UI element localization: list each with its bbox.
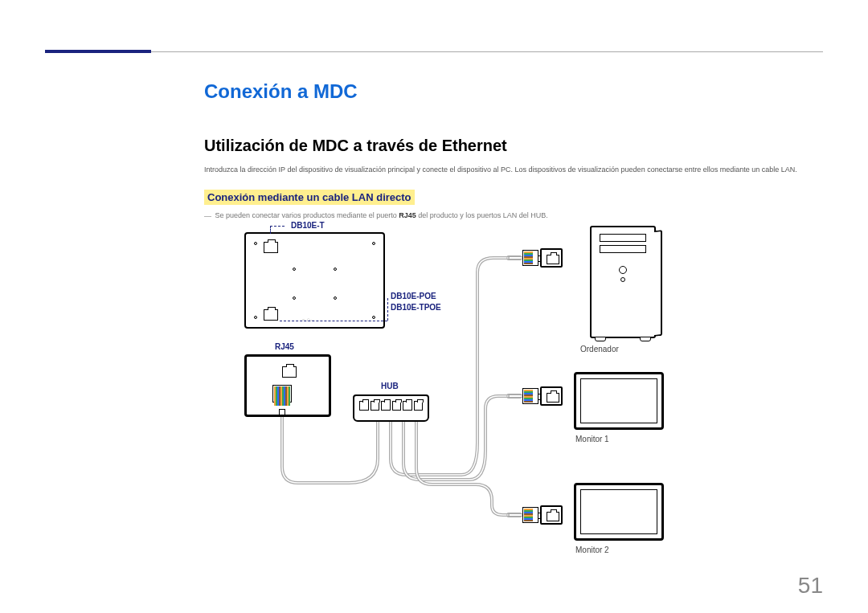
rj45-label: RJ45 bbox=[275, 342, 294, 351]
callout-line bbox=[270, 226, 285, 227]
screw-dot bbox=[254, 316, 257, 319]
monitor-2 bbox=[574, 483, 664, 541]
hub-label: HUB bbox=[381, 382, 399, 390]
screw-dot bbox=[254, 242, 257, 245]
note-text-a: Se pueden conectar varios productos medi… bbox=[215, 211, 399, 219]
lan-plug-down bbox=[272, 385, 292, 411]
connection-diagram: ⎓ ◯ ⋯ DB10E-T DB10E-POE DB10E-TPOE RJ45 … bbox=[204, 226, 823, 571]
product-port-bottom bbox=[264, 309, 278, 321]
intro-paragraph: Introduzca la dirección IP del dispositi… bbox=[204, 165, 823, 175]
callout-label-bottom-1: DB10E-POE bbox=[391, 292, 436, 300]
callout-label-top: DB10E-T bbox=[291, 221, 325, 230]
monitor-1 bbox=[574, 372, 664, 430]
content-area: Conexión a MDC Utilización de MDC a trav… bbox=[204, 80, 823, 571]
screw-dot bbox=[334, 296, 337, 300]
note-dash: ― bbox=[204, 211, 213, 219]
highlight-heading: Conexión mediante un cable LAN directo bbox=[204, 190, 415, 205]
monitor1-label: Monitor 1 bbox=[575, 435, 609, 443]
note-bold: RJ45 bbox=[399, 211, 416, 219]
computer-label: Ordenador bbox=[580, 345, 619, 353]
lan-plug-to-monitor1 bbox=[506, 386, 563, 406]
callout-line bbox=[387, 298, 388, 321]
screw-dot bbox=[293, 296, 296, 300]
product-port-top bbox=[264, 242, 278, 253]
monitor2-label: Monitor 2 bbox=[575, 546, 609, 554]
screw-dot bbox=[334, 268, 337, 271]
callout-label-bottom-2: DB10E-TPOE bbox=[391, 303, 441, 312]
callout-line bbox=[280, 321, 387, 321]
sub-title: Utilización de MDC a través de Ethernet bbox=[204, 137, 823, 155]
note-line: ― Se pueden conectar varios productos me… bbox=[212, 211, 823, 219]
screw-dot bbox=[372, 316, 375, 319]
header-rule bbox=[45, 51, 823, 52]
page-number: 51 bbox=[798, 573, 823, 599]
rj45-top-port bbox=[282, 366, 297, 378]
section-title: Conexión a MDC bbox=[204, 80, 823, 103]
computer-tower bbox=[590, 226, 656, 338]
header-tab-accent bbox=[45, 50, 151, 53]
panel-fineprint: ⎓ ◯ ⋯ bbox=[302, 317, 314, 322]
lan-plug-to-monitor2 bbox=[506, 505, 563, 525]
product-back-panel: ⎓ ◯ ⋯ bbox=[244, 232, 385, 329]
screw-dot bbox=[372, 242, 375, 245]
callout-line bbox=[270, 226, 271, 234]
lan-plug-to-computer bbox=[506, 248, 563, 268]
hub-device bbox=[353, 394, 429, 422]
note-text-b: del producto y los puertos LAN del HUB. bbox=[416, 211, 548, 219]
screw-dot bbox=[293, 268, 296, 271]
